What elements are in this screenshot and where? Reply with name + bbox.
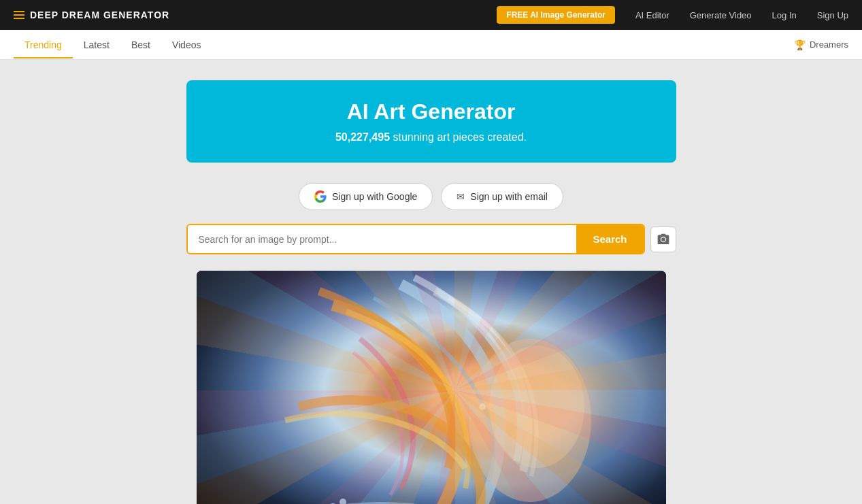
search-input[interactable]	[188, 225, 577, 253]
brand-name: DEEP DREAM GENERATOR	[30, 10, 169, 20]
tabs-bar: Trending Latest Best Videos 🏆 Dreamers	[0, 30, 862, 60]
brand[interactable]: DEEP DREAM GENERATOR	[14, 10, 169, 20]
dreamers-label: Dreamers	[810, 39, 848, 50]
nav-ai-editor[interactable]: AI Editor	[635, 10, 669, 20]
search-input-container: Search	[186, 224, 645, 254]
nav-log-in[interactable]: Log In	[772, 10, 797, 20]
hero-subtitle-text: stunning art pieces created.	[390, 131, 527, 143]
auth-buttons: Sign up with Google ✉ Sign up with email	[186, 183, 676, 210]
showcase-image	[197, 271, 666, 504]
camera-icon	[657, 232, 670, 247]
svg-point-3	[469, 339, 591, 502]
search-button[interactable]: Search	[576, 225, 643, 253]
camera-search-button[interactable]	[650, 226, 676, 252]
email-signup-label: Sign up with email	[470, 191, 548, 202]
swirl-art-background	[197, 271, 666, 504]
svg-point-10	[479, 403, 486, 410]
google-signup-button[interactable]: Sign up with Google	[299, 183, 433, 210]
svg-point-0	[661, 237, 665, 241]
free-ai-generator-button[interactable]: FREE AI Image Generator	[497, 6, 615, 24]
image-showcase	[197, 271, 666, 504]
navbar: DEEP DREAM GENERATOR FREE AI Image Gener…	[0, 0, 862, 30]
hero-title: AI Art Generator	[200, 99, 663, 124]
art-count: 50,227,495	[335, 131, 390, 143]
hamburger-icon[interactable]	[14, 11, 24, 19]
svg-rect-2	[197, 271, 666, 504]
swirl-art-svg	[197, 271, 666, 504]
main-content: AI Art Generator 50,227,495 stunning art…	[0, 80, 862, 504]
nav-generate-video[interactable]: Generate Video	[690, 10, 752, 20]
tab-latest[interactable]: Latest	[73, 31, 120, 58]
tab-trending[interactable]: Trending	[14, 31, 73, 58]
svg-point-6	[339, 499, 346, 504]
tab-best[interactable]: Best	[120, 31, 161, 58]
google-signup-label: Sign up with Google	[332, 191, 417, 202]
email-signup-button[interactable]: ✉ Sign up with email	[441, 183, 563, 210]
email-icon: ✉	[457, 191, 465, 202]
hero-banner: AI Art Generator 50,227,495 stunning art…	[186, 80, 676, 163]
hero-subtitle: 50,227,495 stunning art pieces created.	[200, 131, 663, 144]
google-icon	[314, 190, 327, 203]
search-bar-wrapper: Search	[186, 224, 676, 254]
svg-rect-1	[197, 271, 666, 504]
nav-sign-up[interactable]: Sign Up	[817, 10, 848, 20]
tab-videos[interactable]: Videos	[161, 31, 212, 58]
svg-point-4	[489, 346, 584, 468]
trophy-icon: 🏆	[794, 39, 806, 50]
dreamers-link[interactable]: 🏆 Dreamers	[794, 39, 848, 50]
